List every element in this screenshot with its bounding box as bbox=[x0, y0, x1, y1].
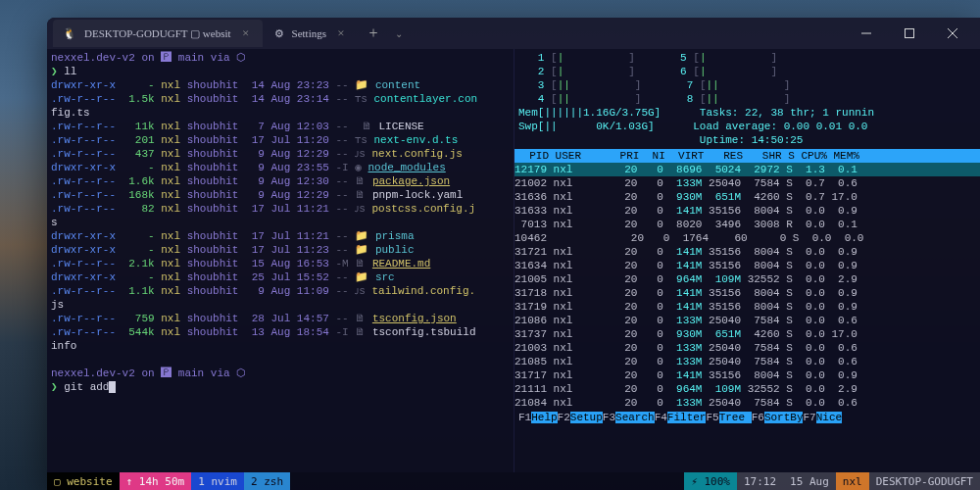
process-row[interactable]: 31718 nxl 20 0 141M 35156 8004 S 0.0 0.9 bbox=[514, 286, 980, 300]
process-header[interactable]: PID USER PRI NI VIRT RES SHR S CPU% MEM% bbox=[514, 149, 980, 163]
tmux-statusbar[interactable]: ▢ website↑ 14h 50m1 nvim2 zsh⚡ 100%17:12… bbox=[47, 472, 980, 490]
status-seg[interactable]: 1 nvim bbox=[191, 472, 244, 490]
titlebar: 🐧 DESKTOP-GODUGFT ▢ websit × ⚙ Settings … bbox=[47, 18, 980, 49]
process-row[interactable]: 31721 nxl 20 0 141M 35156 8004 S 0.0 0.9 bbox=[514, 245, 980, 259]
penguin-icon: 🐧 bbox=[63, 27, 76, 40]
process-row[interactable]: 21005 nxl 20 0 964M 109M 32552 S 0.0 2.9 bbox=[514, 272, 980, 286]
status-seg[interactable]: ▢ website bbox=[47, 472, 120, 490]
htop-pane[interactable]: 1 [| ] 5 [| ] 2 [| ] 6 [| ] 3 [|| ] 7 [|… bbox=[514, 49, 980, 472]
process-row[interactable]: 21111 nxl 20 0 964M 109M 32552 S 0.0 2.9 bbox=[514, 382, 980, 396]
shell-pane[interactable]: nexxel.dev-v2 on 🅿 main via ⬡❯ lldrwxr-x… bbox=[47, 49, 514, 472]
tab-dropdown-icon[interactable]: ⌄ bbox=[389, 28, 409, 39]
minimize-button[interactable] bbox=[845, 18, 888, 49]
status-seg[interactable]: ↑ 14h 50m bbox=[120, 472, 192, 490]
tab-settings[interactable]: ⚙ Settings × bbox=[265, 20, 358, 47]
process-row[interactable]: 31634 nxl 20 0 141M 35156 8004 S 0.0 0.9 bbox=[514, 259, 980, 272]
process-row[interactable]: 21003 nxl 20 0 133M 25040 7584 S 0.0 0.6 bbox=[514, 341, 980, 355]
status-seg[interactable]: 17:12 bbox=[737, 472, 783, 490]
process-row[interactable]: 31719 nxl 20 0 141M 35156 8004 S 0.0 0.9 bbox=[514, 300, 980, 314]
status-seg[interactable]: ⚡ 100% bbox=[684, 472, 737, 490]
process-row[interactable]: 21002 nxl 20 0 133M 25040 7584 S 0.7 0.6 bbox=[514, 176, 980, 190]
maximize-button[interactable] bbox=[888, 18, 931, 49]
terminal-window: 🐧 DESKTOP-GODUGFT ▢ websit × ⚙ Settings … bbox=[47, 18, 980, 490]
process-row[interactable]: 31636 nxl 20 0 930M 651M 4260 S 0.7 17.0 bbox=[514, 190, 980, 204]
process-row[interactable]: 21084 nxl 20 0 133M 25040 7584 S 0.0 0.6 bbox=[514, 396, 980, 410]
tab-label: Settings bbox=[292, 27, 326, 39]
process-row[interactable]: 7013 nxl 20 0 8020 3496 3008 R 0.0 0.1 bbox=[514, 218, 980, 231]
process-row[interactable]: 12179 nxl 20 0 8696 5024 2972 S 1.3 0.1 bbox=[514, 163, 980, 176]
close-icon[interactable]: × bbox=[334, 26, 348, 40]
fn-key-bar[interactable]: F1HelpF2SetupF3SearchF4FilterF5Tree F6So… bbox=[514, 410, 980, 425]
close-button[interactable] bbox=[931, 18, 974, 49]
svg-rect-1 bbox=[906, 29, 914, 38]
status-seg[interactable]: nxl bbox=[836, 472, 869, 490]
status-seg[interactable]: 2 zsh bbox=[244, 472, 290, 490]
tab-label: DESKTOP-GODUGFT ▢ websit bbox=[84, 27, 231, 40]
new-tab-button[interactable]: + bbox=[360, 20, 387, 47]
process-row[interactable]: 10462 20 0 1764 60 0 S 0.0 0.0 bbox=[514, 231, 980, 245]
gear-icon: ⚙ bbox=[274, 27, 284, 40]
status-seg[interactable]: 15 Aug bbox=[783, 472, 836, 490]
tab-terminal[interactable]: 🐧 DESKTOP-GODUGFT ▢ websit × bbox=[53, 20, 263, 47]
status-seg[interactable]: DESKTOP-GODUGFT bbox=[869, 472, 980, 490]
process-row[interactable]: 31633 nxl 20 0 141M 35156 8004 S 0.0 0.9 bbox=[514, 204, 980, 218]
process-row[interactable]: 31737 nxl 20 0 930M 651M 4260 S 0.0 17.0 bbox=[514, 327, 980, 341]
process-row[interactable]: 31717 nxl 20 0 141M 35156 8004 S 0.0 0.9 bbox=[514, 368, 980, 382]
close-icon[interactable]: × bbox=[239, 26, 253, 40]
process-row[interactable]: 21086 nxl 20 0 133M 25040 7584 S 0.0 0.6 bbox=[514, 314, 980, 327]
process-row[interactable]: 21085 nxl 20 0 133M 25040 7584 S 0.0 0.6 bbox=[514, 355, 980, 368]
